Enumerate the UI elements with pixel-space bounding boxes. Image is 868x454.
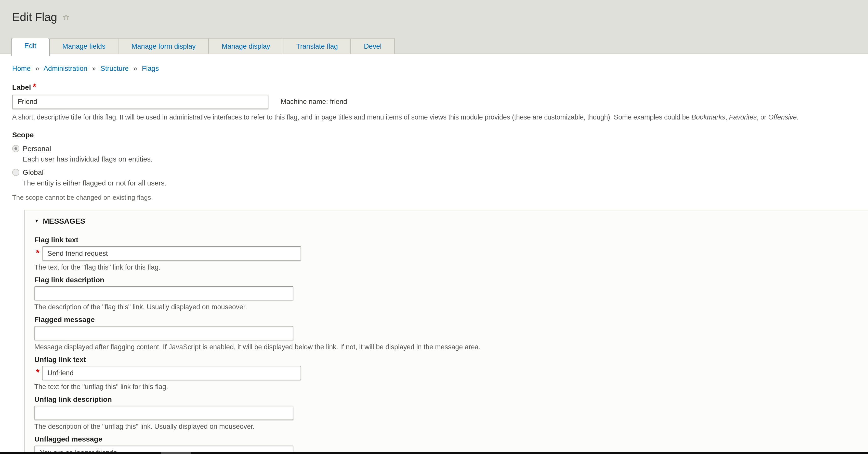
tab-translate-flag[interactable]: Translate flag [283,38,351,54]
unflag-link-description-field: Unflag link description The description … [34,395,868,430]
flagged-message-input[interactable] [34,326,293,340]
required-marker: * [33,82,36,91]
radio-global-description: The entity is either flagged or not for … [23,179,868,187]
collapse-arrow-icon: ▼ [34,218,39,224]
breadcrumb: Home » Administration » Structure » Flag… [12,65,868,72]
flag-edit-form: Label* Machine name: friend A short, des… [12,82,868,454]
messages-summary[interactable]: ▼MESSAGES [34,217,868,225]
machine-name-text: Machine name: friend [281,98,347,105]
scrollbar-thumb[interactable] [161,452,191,454]
page-header: Edit Flag☆ Edit Manage fields Manage for… [0,0,868,54]
horizontal-scrollbar[interactable] [0,452,868,454]
radio-option-global[interactable]: Global [12,168,868,176]
field-label: Flag link text [34,236,868,244]
radio-global-label: Global [23,168,43,176]
field-description: The text for the "flag this" link for th… [34,263,868,271]
label-field: Label* Machine name: friend A short, des… [12,82,868,121]
breadcrumb-home-link[interactable]: Home [12,65,31,72]
breadcrumb-separator: » [92,65,96,72]
help-example: Offensive [768,114,797,121]
scope-note: The scope cannot be changed on existing … [12,194,868,201]
help-sep: , [725,114,729,121]
radio-option-personal[interactable]: Personal [12,144,868,153]
radio-personal-label: Personal [23,144,51,153]
scope-label: Scope [12,131,34,139]
tab-manage-form-display[interactable]: Manage form display [119,38,209,54]
field-label: Unflagged message [34,435,868,443]
page-title: Edit Flag☆ [12,10,70,24]
field-description: The description of the "flag this" link.… [34,303,868,311]
scope-field: Scope Personal Each user has individual … [12,129,868,201]
flag-link-text-input[interactable] [42,246,301,261]
label-help-text: A short, descriptive title for this flag… [12,114,868,121]
messages-summary-text: MESSAGES [43,217,85,225]
field-description: The description of the "unflag this" lin… [34,423,868,430]
unflagged-message-field: Unflagged message Message displayed afte… [34,435,868,454]
unflag-link-text-input[interactable] [42,366,301,380]
unflag-link-description-input[interactable] [34,406,293,420]
field-label: Flag link description [34,275,868,284]
messages-fieldset: ▼MESSAGES Flag link text* The text for t… [25,210,868,454]
tab-manage-display[interactable]: Manage display [209,38,283,54]
help-sep: , or [756,114,768,121]
tab-manage-fields[interactable]: Manage fields [50,38,119,54]
help-example: Bookmarks [691,114,725,121]
breadcrumb-structure-link[interactable]: Structure [101,65,129,72]
flag-link-text-field: Flag link text* The text for the "flag t… [34,236,868,271]
breadcrumb-administration-link[interactable]: Administration [43,65,87,72]
primary-tabs: Edit Manage fields Manage form display M… [11,38,395,54]
flag-link-description-field: Flag link description The description of… [34,275,868,311]
radio-personal[interactable] [12,145,19,152]
help-suffix: . [797,114,799,121]
favorite-star-icon[interactable]: ☆ [62,13,70,22]
flagged-message-field: Flagged message Message displayed after … [34,315,868,351]
tab-devel[interactable]: Devel [351,38,395,54]
field-label: Flagged message [34,315,868,324]
field-description: Message displayed after flagging content… [34,343,868,351]
page-title-text: Edit Flag [12,10,57,23]
field-label: Unflag link text [34,355,868,364]
flag-link-description-input[interactable] [34,286,293,300]
required-marker: * [36,367,39,377]
unflag-link-text-field: Unflag link text* The text for the "unfl… [34,355,868,391]
breadcrumb-flags-link[interactable]: Flags [142,65,159,72]
breadcrumb-separator: » [133,65,137,72]
radio-personal-description: Each user has individual flags on entiti… [23,155,868,163]
page: Edit Flag☆ Edit Manage fields Manage for… [0,0,868,454]
field-description: The text for the "unflag this" link for … [34,383,868,391]
label-field-label: Label [12,83,31,92]
breadcrumb-separator: » [35,65,39,72]
help-example: Favorites [729,114,757,121]
help-prefix: A short, descriptive title for this flag… [12,114,692,121]
tab-edit[interactable]: Edit [11,38,50,56]
label-input[interactable] [12,95,269,109]
required-marker: * [36,248,39,257]
radio-global[interactable] [12,169,19,176]
field-label: Unflag link description [34,395,868,403]
